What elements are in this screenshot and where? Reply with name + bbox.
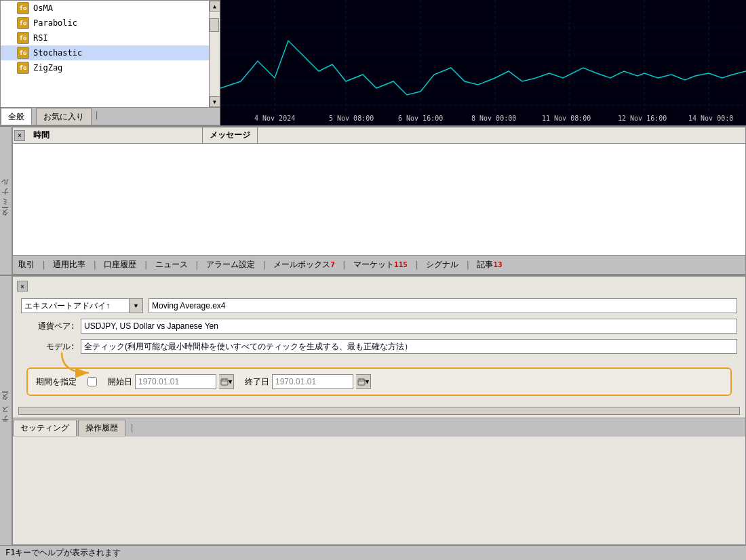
indicator-tabs: 全般 お気に入り | xyxy=(1,107,220,125)
expert-file-input[interactable] xyxy=(149,298,737,313)
tab-separator: | xyxy=(127,423,137,433)
end-date-label: 終了日 xyxy=(245,376,269,388)
scrollbar[interactable]: ▲ ▼ xyxy=(209,1,220,107)
indicator-name: Stochastic xyxy=(33,48,82,58)
indicator-list: fo OsMA fo Parabolic fo RSI fo Stochasti… xyxy=(1,1,209,107)
model-input[interactable] xyxy=(81,339,737,354)
svg-rect-24 xyxy=(358,379,365,385)
svg-text:6 Nov 16:00: 6 Nov 16:00 xyxy=(398,115,443,122)
status-bar: F1キーでヘルプが表示されます xyxy=(0,545,746,560)
indicator-icon-zigzag: fo xyxy=(17,62,29,74)
expert-row: エキスパートアドバイ↑ ▼ xyxy=(21,298,737,313)
terminal-close-button[interactable]: × xyxy=(14,130,25,141)
svg-text:5 Nov 08:00: 5 Nov 08:00 xyxy=(329,115,374,122)
tester-close-button[interactable]: × xyxy=(17,281,28,292)
terminal-col-message: メッセージ xyxy=(203,127,258,143)
tab-trades[interactable]: 取引 xyxy=(13,257,40,273)
currency-row: 通貨ペア: xyxy=(21,319,737,334)
tab-all[interactable]: 全般 xyxy=(1,108,32,125)
chart-area: 4 Nov 2024 5 Nov 08:00 6 Nov 16:00 8 Nov… xyxy=(220,0,746,125)
indicator-name: Parabolic xyxy=(33,18,77,28)
tester-label: テスター xyxy=(1,395,11,426)
start-date-calendar-button[interactable]: ▼ xyxy=(219,374,234,389)
svg-text:8 Nov 00:00: 8 Nov 00:00 xyxy=(471,115,516,122)
progress-bar xyxy=(18,407,740,415)
indicator-icon-rsi: fo xyxy=(17,32,29,44)
tab-currency-ratio[interactable]: 通用比率 xyxy=(47,257,91,273)
svg-rect-20 xyxy=(221,379,228,385)
terminal-body xyxy=(13,144,745,255)
tab-alarm[interactable]: アラーム設定 xyxy=(201,257,260,273)
terminal-label: ターミナル xyxy=(1,180,11,222)
scroll-up-button[interactable]: ▲ xyxy=(210,1,220,12)
tab-favorites[interactable]: お気に入り xyxy=(36,108,92,125)
svg-rect-0 xyxy=(220,0,746,125)
indicator-icon-osma: fo xyxy=(17,2,29,14)
end-date-input[interactable] xyxy=(272,374,353,389)
list-item[interactable]: fo Parabolic xyxy=(1,16,209,31)
calendar-icon xyxy=(220,378,229,386)
terminal-col-time: 時間 xyxy=(26,127,203,143)
indicator-name: ZigZag xyxy=(33,63,62,73)
end-date-calendar-button[interactable]: ▼ xyxy=(356,374,371,389)
list-item[interactable]: fo RSI xyxy=(1,31,209,45)
tester-tabs: セッティング 操作履歴 | xyxy=(13,418,745,437)
svg-text:14 Nov 00:0: 14 Nov 00:0 xyxy=(688,115,733,122)
svg-text:12 Nov 16:00: 12 Nov 16:00 xyxy=(618,115,667,122)
calendar-icon-end xyxy=(357,378,366,386)
expert-select-wrapper: エキスパートアドバイ↑ ▼ xyxy=(21,298,143,313)
svg-text:11 Nov 08:00: 11 Nov 08:00 xyxy=(542,115,591,122)
arrow-svg xyxy=(55,353,109,380)
model-row: モデル: xyxy=(21,339,737,354)
terminal-tabs: 取引 | 通用比率 | 口座履歴 | ニュース | アラーム設定 | メールボッ… xyxy=(13,255,745,274)
tab-account-history[interactable]: 口座履歴 xyxy=(98,257,142,273)
expert-select[interactable]: エキスパートアドバイ↑ xyxy=(21,298,130,313)
period-section: 期間を指定 開始日 ▼ xyxy=(26,367,732,396)
list-item[interactable]: fo OsMA xyxy=(1,1,209,16)
svg-text:4 Nov 2024: 4 Nov 2024 xyxy=(254,115,295,122)
indicator-icon-parabolic: fo xyxy=(17,17,29,29)
terminal-section: ターミナル × 時間 メッセージ 取引 | 通用比率 | 口座履歴 | ニュース… xyxy=(0,125,746,275)
tab-market[interactable]: マーケット115 xyxy=(348,257,413,273)
terminal-content: × 時間 メッセージ 取引 | 通用比率 | 口座履歴 | ニュース | アラー… xyxy=(12,127,746,275)
tab-separator2: | xyxy=(93,108,100,125)
tester-form: エキスパートアドバイ↑ ▼ 通貨ペア: モデル: xyxy=(13,293,745,404)
scroll-track[interactable] xyxy=(210,12,220,96)
indicator-name: RSI xyxy=(33,33,48,43)
tester-section: テスター × エキスパートアドバイ↑ ▼ xyxy=(0,275,746,545)
tab-signal[interactable]: シグナル xyxy=(420,257,464,273)
currency-input[interactable] xyxy=(81,319,737,334)
tab-news[interactable]: ニュース xyxy=(150,257,193,273)
tab-settings[interactable]: セッティング xyxy=(13,420,77,436)
start-date-label: 開始日 xyxy=(108,376,132,388)
tester-side-panel: テスター xyxy=(0,276,12,545)
start-date-input[interactable] xyxy=(135,374,216,389)
tester-content: × エキスパートアドバイ↑ ▼ 通貨ペア: xyxy=(12,276,746,545)
tab-history[interactable]: 操作履歴 xyxy=(78,420,125,436)
indicator-panel: fo OsMA fo Parabolic fo RSI fo Stochasti… xyxy=(0,0,220,125)
status-text: F1キーでヘルプが表示されます xyxy=(5,547,121,559)
list-item[interactable]: fo ZigZag xyxy=(1,60,209,75)
currency-label: 通貨ペア: xyxy=(21,321,75,332)
chart-svg: 4 Nov 2024 5 Nov 08:00 6 Nov 16:00 8 Nov… xyxy=(220,0,746,125)
scroll-thumb[interactable] xyxy=(210,18,219,32)
indicator-name: OsMA xyxy=(33,3,53,13)
list-item[interactable]: fo Stochastic xyxy=(1,45,209,60)
expert-dropdown-button[interactable]: ▼ xyxy=(130,298,143,313)
scroll-down-button[interactable]: ▼ xyxy=(210,96,220,107)
start-date-group: 開始日 ▼ xyxy=(108,374,234,389)
terminal-side-panel: ターミナル xyxy=(0,127,12,275)
indicator-icon-stochastic: fo xyxy=(17,47,29,59)
model-label: モデル: xyxy=(21,341,75,353)
tab-article[interactable]: 記事13 xyxy=(471,257,507,273)
end-date-group: 終了日 ▼ xyxy=(245,374,371,389)
tab-mailbox[interactable]: メールボックス7 xyxy=(268,257,340,273)
